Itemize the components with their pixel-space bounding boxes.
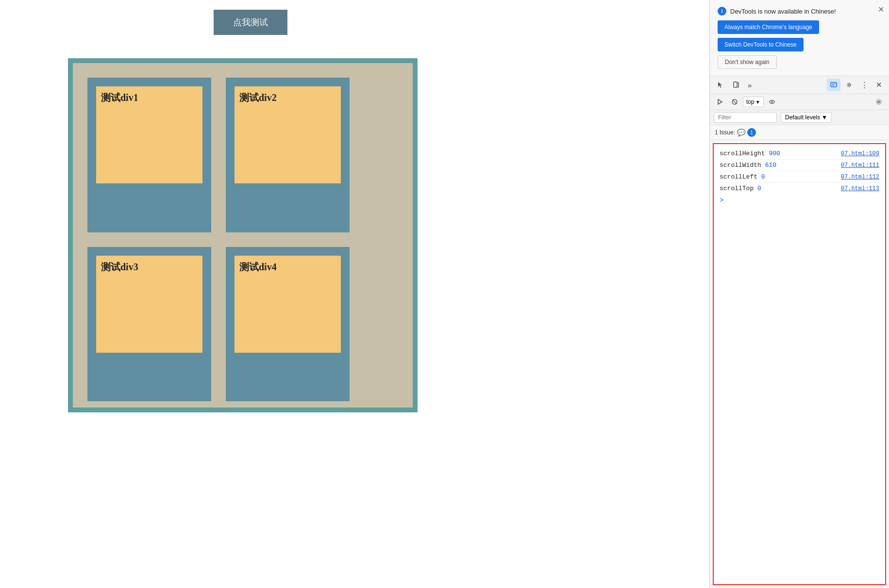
device-icon (732, 81, 740, 89)
test-div-inner-4: 测试div4 (235, 256, 341, 353)
console-line: scrollHeight 90007.html:109 (720, 148, 879, 160)
console-key-value: scrollLeft 0 (720, 173, 765, 180)
chat-icon (830, 81, 838, 89)
svg-point-13 (771, 101, 772, 103)
dont-show-button[interactable]: Don't show again (718, 55, 777, 69)
more-options-button[interactable]: ⋮ (858, 78, 871, 92)
test-button[interactable]: 点我测试 (214, 10, 287, 35)
settings-button[interactable] (842, 79, 856, 91)
filter-input[interactable] (714, 112, 777, 123)
console-value: 0 (757, 185, 761, 192)
page-area: 点我测试 测试div1 测试div2 (0, 0, 709, 588)
console-link[interactable]: 07.html:112 (841, 174, 879, 180)
svg-rect-5 (831, 82, 837, 87)
svg-rect-0 (734, 82, 737, 87)
console-key-value: scrollTop 0 (720, 185, 761, 192)
test-div-1: 测试div1 (87, 78, 211, 232)
console-key: scrollTop (720, 185, 757, 192)
grid-content: 测试div1 测试div2 测试div3 (73, 63, 364, 408)
test-div-2: 测试div2 (226, 78, 350, 232)
scroll-container-outer: 测试div1 测试div2 测试div3 (68, 58, 418, 412)
scroll-container-inner[interactable]: 测试div1 测试div2 测试div3 (73, 63, 413, 408)
devtools-panel: i DevTools is now available in Chinese! … (709, 0, 889, 588)
switch-devtools-button[interactable]: Switch DevTools to Chinese (718, 38, 804, 51)
test-div-label-3: 测试div3 (101, 261, 138, 274)
console-line: scrollWidth 61007.html:111 (720, 160, 879, 171)
console-lines-container: scrollHeight 90007.html:109scrollWidth 6… (720, 148, 879, 194)
console-value: 0 (761, 173, 765, 180)
devtools-filter: Default levels ▼ (710, 110, 889, 125)
block-button[interactable] (728, 96, 741, 108)
info-icon: i (718, 7, 726, 16)
svg-point-8 (848, 84, 851, 86)
test-div-inner-1: 测试div1 (96, 86, 202, 183)
devtools-console: scrollHeight 90007.html:109scrollWidth 6… (713, 143, 886, 585)
svg-line-11 (733, 100, 737, 104)
console-line: scrollTop 007.html:113 (720, 183, 879, 194)
match-language-button[interactable]: Always match Chrome's language (718, 20, 819, 34)
notification-close-button[interactable]: ✕ (878, 5, 884, 14)
svg-rect-1 (735, 82, 736, 82)
devtools-issues: 1 Issue: 💬 1 (710, 125, 889, 140)
console-key: scrollLeft (720, 173, 761, 180)
console-settings-button[interactable] (872, 96, 885, 108)
console-caret[interactable]: > (720, 194, 879, 204)
more-panels-button[interactable]: » (745, 79, 755, 92)
play-button[interactable] (714, 96, 726, 108)
console-settings-icon (875, 98, 882, 105)
play-icon (717, 98, 723, 105)
test-div-label-4: 测试div4 (239, 261, 277, 274)
issues-count-badge: 1 (747, 128, 756, 137)
devtools-close-button[interactable]: ✕ (873, 78, 885, 92)
eye-icon (769, 98, 775, 105)
test-div-label-1: 测试div1 (101, 91, 138, 104)
cursor-tool-button[interactable] (714, 79, 727, 91)
context-dropdown[interactable]: top ▼ (743, 97, 764, 107)
message-icon: 💬 (737, 129, 745, 136)
notification-text: i DevTools is now available in Chinese! (718, 7, 881, 16)
issues-label: 1 Issue: (715, 129, 735, 136)
console-value: 610 (765, 162, 776, 169)
console-link[interactable]: 07.html:113 (841, 185, 879, 192)
devtools-notification: i DevTools is now available in Chinese! … (710, 0, 889, 76)
test-div-4: 测试div4 (226, 247, 350, 402)
eye-button[interactable] (766, 96, 778, 108)
device-toolbar-button[interactable] (729, 79, 743, 91)
test-div-inner-2: 测试div2 (235, 86, 341, 183)
console-key-value: scrollWidth 610 (720, 162, 776, 169)
default-levels-chevron-icon: ▼ (822, 114, 827, 121)
svg-marker-9 (718, 99, 722, 104)
cursor-icon (717, 81, 724, 89)
console-line: scrollLeft 007.html:112 (720, 171, 879, 183)
console-key: scrollHeight (720, 150, 769, 157)
console-value: 900 (769, 150, 780, 157)
console-link[interactable]: 07.html:111 (841, 162, 879, 169)
default-levels-label: Default levels (785, 114, 820, 121)
svg-point-14 (878, 101, 880, 103)
devtools-toolbar1: » ⋮ ✕ (710, 76, 889, 94)
test-div-label-2: 测试div2 (239, 91, 277, 104)
issues-badge: 1 Issue: 💬 1 (715, 128, 756, 137)
block-icon (731, 98, 738, 105)
console-key: scrollWidth (720, 162, 765, 169)
gear-icon (845, 81, 853, 89)
default-levels-button[interactable]: Default levels ▼ (781, 112, 832, 123)
chevron-down-icon: ▼ (755, 99, 760, 105)
context-label: top (746, 98, 755, 105)
console-link[interactable]: 07.html:109 (841, 150, 879, 157)
console-panel-button[interactable] (827, 79, 840, 91)
console-key-value: scrollHeight 900 (720, 150, 780, 157)
devtools-toolbar2: top ▼ (710, 94, 889, 110)
notification-message: DevTools is now available in Chinese! (730, 8, 836, 15)
test-div-3: 测试div3 (87, 247, 211, 402)
test-div-inner-3: 测试div3 (96, 256, 202, 353)
